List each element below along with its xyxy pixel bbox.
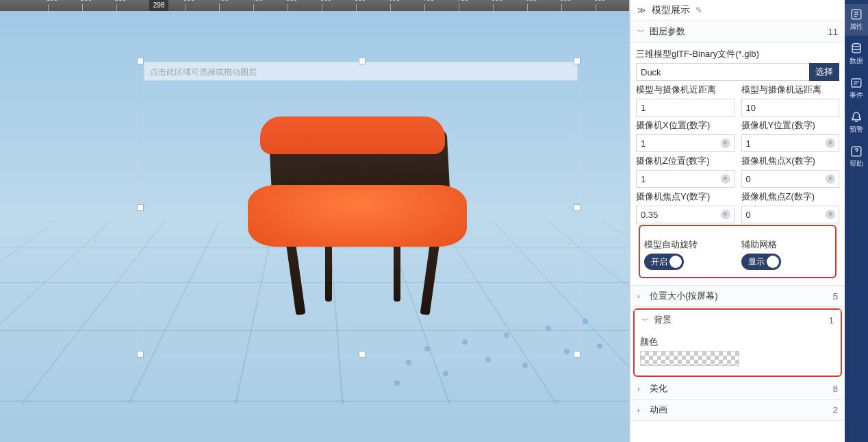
chevron-right-icon: › [637,384,646,393]
ruler-tick: 400 [219,4,220,11]
section-title-background: 背景 [654,314,672,326]
event-icon [850,77,863,89]
resize-handle-bl[interactable] [137,351,144,358]
autorotate-label: 模型自动旋转 [644,238,735,251]
iconbar-item-props[interactable]: 属性 [845,4,868,36]
canvas-viewport[interactable]: 1502002503003504004505005506006507007508… [0,0,630,442]
svg-point-1 [852,44,860,47]
file-select-button[interactable]: 选择 [809,63,839,81]
section-head-pos-size[interactable]: › 位置大小(按屏幕) 5 [630,286,845,307]
help-icon [850,145,863,158]
chevron-down-icon: ﹀ [637,27,646,37]
ruler-tick: 150 [48,4,49,11]
resize-handle-tm[interactable] [359,58,366,64]
clear-icon[interactable]: × [721,210,730,219]
focusy-label: 摄像机焦点Y(数字) [636,191,735,203]
far-label: 模型与摄像机远距离 [741,84,840,96]
svg-rect-2 [852,79,861,87]
alarm-icon [850,111,863,123]
edit-icon[interactable]: ✎ [695,5,702,15]
iconbar-label-event: 事件 [850,90,863,100]
ruler-tick: 200 [82,4,83,11]
ruler-tick: 900 [561,4,562,11]
camz-input[interactable] [636,170,735,188]
ruler-tick: 250 [116,4,117,11]
section-title-pos-size: 位置大小(按屏幕) [650,290,718,302]
clear-icon[interactable]: × [721,138,730,148]
iconbar-item-event[interactable]: 事件 [845,73,868,104]
near-input[interactable] [636,99,735,116]
autorotate-toggle-text: 开启 [651,256,667,268]
panel-collapse-icon[interactable]: ≫ [637,5,646,15]
section-title-animation: 动画 [650,404,667,416]
camx-label: 摄像机X位置(数字) [636,119,735,132]
focusz-input[interactable] [741,206,840,223]
ruler-tick: 550 [322,4,322,11]
resize-handle-br[interactable] [574,351,580,358]
section-head-layer-params[interactable]: ﹀ 图层参数 11 [630,21,845,42]
props-icon [850,8,863,21]
resize-handle-bm[interactable] [359,351,366,358]
ruler-tick: 450 [253,4,254,11]
ruler-tick: 600 [356,4,357,11]
ruler-tick: 500 [288,4,288,11]
database-icon [850,42,863,55]
iconbar-item-alarm[interactable]: 预警 [845,107,868,138]
autorotate-toggle[interactable]: 开启 [644,254,684,270]
panel-title: 模型展示 [652,4,690,16]
iconbar-item-data[interactable]: 数据 [845,38,868,70]
ruler-tick: 950 [596,4,596,11]
section-count-layer-params: 11 [828,27,838,37]
ruler-tick: 800 [493,4,494,11]
file-input[interactable] [636,63,809,81]
camy-input[interactable] [741,134,840,152]
iconbar-item-help[interactable]: 帮助 [845,141,868,173]
resize-handle-ml[interactable] [137,204,144,211]
clear-icon[interactable]: × [826,138,835,148]
chevron-right-icon: › [637,406,646,414]
section-head-beautify[interactable]: › 美化 8 [630,378,845,400]
iconbar-label-help: 帮助 [850,159,863,169]
iconbar-label-props: 属性 [850,22,863,32]
right-icon-bar: 属性 数据 事件 预警 帮助 [845,0,868,442]
focusx-input[interactable] [741,170,840,188]
section-head-animation[interactable]: › 动画 2 [630,400,845,421]
section-count-beautify: 8 [833,384,838,394]
far-input[interactable] [741,99,840,116]
clear-icon[interactable]: × [721,174,730,184]
background-color-label: 颜色 [640,336,835,348]
ruler-tick: 850 [527,4,528,11]
clear-icon[interactable]: × [826,210,835,219]
properties-panel: ≫ 模型展示 ✎ ﹀ 图层参数 11 三维模型glTF-Binary文件(*.g… [630,0,845,442]
panel-header: ≫ 模型展示 ✎ [630,0,845,21]
model-preview-chair[interactable] [260,116,465,315]
iconbar-label-alarm: 预警 [850,125,863,134]
camy-label: 摄像机Y位置(数字) [741,119,840,132]
helpergrid-label: 辅助网格 [741,238,832,251]
dropzone-text: 点击此区域可选择或拖动图层 [150,67,257,77]
iconbar-label-data: 数据 [850,56,863,66]
resize-handle-tr[interactable] [574,58,580,64]
camz-label: 摄像机Z位置(数字) [636,155,735,167]
background-color-swatch[interactable] [640,351,739,366]
layer-dropzone[interactable]: 点击此区域可选择或拖动图层 [144,62,578,81]
chevron-right-icon: › [637,292,646,300]
ruler-tick: 700 [424,4,425,11]
clear-icon[interactable]: × [826,174,835,184]
resize-handle-mr[interactable] [574,204,580,211]
ruler-cursor: 298 [149,0,168,11]
near-label: 模型与摄像机近距离 [636,84,735,96]
ruler-tick: 650 [390,4,391,11]
ruler-tick: 350 [185,4,186,11]
section-count-pos-size: 5 [833,291,838,302]
helpergrid-toggle[interactable]: 显示 [741,254,781,270]
resize-handle-tl[interactable] [137,58,144,64]
horizontal-ruler: 1502002503003504004505005506006507007508… [0,0,629,11]
focusx-label: 摄像机焦点X(数字) [741,155,840,167]
camx-input[interactable] [636,134,735,152]
section-count-background: 1 [829,315,834,326]
section-title-beautify: 美化 [650,382,667,395]
section-head-background[interactable]: ﹀ 背景 1 [635,310,841,330]
ruler-tick: 750 [459,4,459,11]
focusy-input[interactable] [636,206,735,223]
